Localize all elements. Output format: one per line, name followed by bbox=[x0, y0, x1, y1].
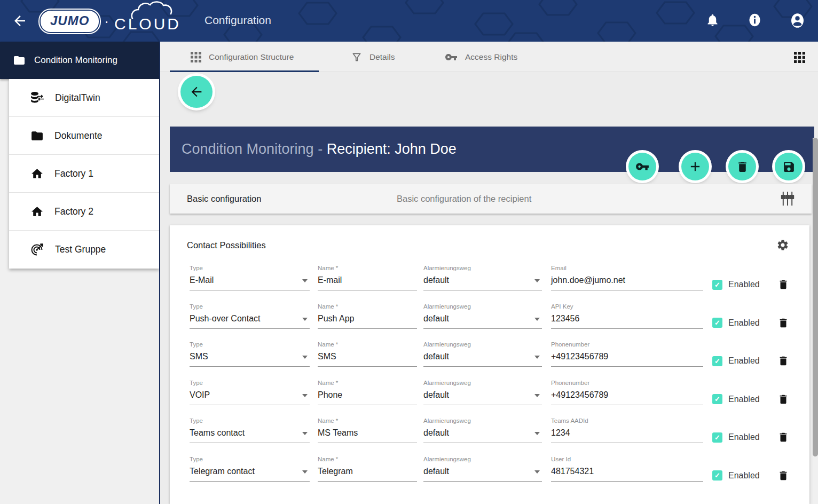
type-select[interactable]: Push-over Contact bbox=[190, 312, 310, 329]
name-input[interactable]: SMS bbox=[318, 350, 417, 367]
alarm-route-select[interactable]: default bbox=[423, 427, 542, 443]
chevron-down-icon bbox=[534, 394, 540, 397]
type-select[interactable]: Telegram contact bbox=[190, 465, 310, 482]
access-key-button[interactable] bbox=[628, 153, 656, 180]
enabled-label: Enabled bbox=[728, 471, 764, 481]
notifications-bell-icon[interactable] bbox=[705, 13, 720, 27]
type-field: Type SMS bbox=[190, 341, 310, 367]
type-select[interactable]: VOIP bbox=[190, 389, 310, 405]
contact-row: Type Telegram contact Name * Telegram Al… bbox=[170, 453, 809, 491]
trash-icon[interactable] bbox=[777, 393, 789, 405]
contact-detail-label: Email bbox=[551, 265, 703, 271]
type-field: Type Telegram contact bbox=[190, 456, 310, 482]
alarm-route-select[interactable]: default bbox=[423, 312, 542, 329]
tab-bar: Configuration Structure Details Access R… bbox=[160, 42, 818, 72]
contact-detail-input[interactable]: john.doe@jumo.net bbox=[551, 274, 703, 290]
folder-icon bbox=[13, 54, 26, 67]
enabled-checkbox[interactable]: ✓ bbox=[712, 470, 722, 481]
alarm-route-field: Alarmierungsweg default bbox=[423, 265, 542, 290]
alarm-route-select[interactable]: default bbox=[423, 274, 542, 290]
alarm-route-field: Alarmierungsweg default bbox=[423, 303, 542, 329]
trash-icon[interactable] bbox=[777, 355, 789, 367]
name-input[interactable]: Telegram bbox=[318, 465, 417, 482]
enabled-checkbox[interactable]: ✓ bbox=[712, 432, 722, 443]
alarm-route-value: default bbox=[423, 428, 449, 437]
name-value: MS Teams bbox=[318, 428, 358, 437]
sidebar: Condition Monitoring DigitalTwin Dokumen… bbox=[0, 42, 160, 504]
sidebar-item-factory-2[interactable]: Factory 2 bbox=[9, 193, 159, 231]
chevron-down-icon bbox=[302, 279, 308, 282]
contact-detail-input[interactable]: 481754321 bbox=[551, 465, 703, 482]
name-input[interactable]: Push App bbox=[318, 312, 417, 329]
enabled-checkbox[interactable]: ✓ bbox=[712, 356, 722, 366]
tab-details[interactable]: Details bbox=[351, 42, 395, 72]
home-icon bbox=[30, 167, 44, 180]
type-select[interactable]: E-Mail bbox=[190, 274, 310, 290]
sidebar-item-digitaltwin[interactable]: DigitalTwin bbox=[9, 79, 159, 117]
alarm-route-value: default bbox=[423, 390, 449, 399]
basic-configuration-row[interactable]: Basic configuration Basic configuration … bbox=[170, 184, 812, 214]
back-button[interactable] bbox=[180, 76, 213, 108]
tab-configuration-structure[interactable]: Configuration Structure bbox=[191, 42, 294, 72]
jumo-logo-text: JUMO bbox=[41, 11, 99, 32]
sidebar-item-label: Factory 1 bbox=[54, 168, 93, 179]
vertical-scrollbar[interactable] bbox=[813, 138, 818, 504]
enabled-label: Enabled bbox=[728, 356, 764, 366]
alarm-route-select[interactable]: default bbox=[423, 389, 542, 405]
account-icon[interactable] bbox=[790, 13, 805, 28]
enabled-checkbox[interactable]: ✓ bbox=[712, 318, 722, 328]
cloud-outline-icon bbox=[129, 1, 183, 19]
contact-detail-input[interactable]: +49123456789 bbox=[551, 389, 703, 405]
contact-detail-input[interactable]: 123456 bbox=[551, 312, 703, 329]
chevron-down-icon bbox=[302, 394, 308, 397]
gear-icon[interactable] bbox=[776, 239, 789, 251]
back-arrow-icon[interactable] bbox=[12, 13, 28, 29]
sidebar-item-test-gruppe[interactable]: Test Gruppe bbox=[9, 231, 159, 269]
tab-access-rights[interactable]: Access Rights bbox=[445, 42, 517, 72]
recipient-title-highlight: Recipient: John Doe bbox=[327, 141, 457, 157]
scrollbar-thumb[interactable] bbox=[813, 138, 818, 456]
name-label: Name * bbox=[318, 418, 417, 424]
trash-icon[interactable] bbox=[777, 470, 789, 482]
save-button[interactable] bbox=[775, 153, 803, 180]
name-label: Name * bbox=[318, 341, 417, 348]
contact-detail-input[interactable]: 1234 bbox=[551, 427, 703, 443]
chevron-down-icon bbox=[534, 356, 540, 359]
sidebar-item-factory-1[interactable]: Factory 1 bbox=[9, 155, 159, 193]
alarm-route-label: Alarmierungsweg bbox=[423, 418, 542, 424]
type-value: Teams contact bbox=[190, 428, 245, 437]
chevron-down-icon bbox=[302, 470, 308, 474]
add-button[interactable] bbox=[681, 153, 709, 180]
info-icon[interactable] bbox=[748, 13, 762, 27]
alarm-route-value: default bbox=[423, 352, 449, 361]
type-label: Type bbox=[190, 418, 310, 424]
sidebar-header-condition-monitoring[interactable]: Condition Monitoring bbox=[0, 42, 159, 79]
type-select[interactable]: SMS bbox=[190, 350, 310, 367]
alarm-route-select[interactable]: default bbox=[423, 465, 542, 482]
trash-icon[interactable] bbox=[777, 317, 789, 329]
tune-sliders-icon[interactable] bbox=[781, 192, 795, 206]
delete-button[interactable] bbox=[728, 153, 756, 180]
grid-view-icon[interactable] bbox=[794, 52, 805, 63]
name-input[interactable]: MS Teams bbox=[318, 427, 417, 443]
trash-icon[interactable] bbox=[777, 279, 789, 290]
name-label: Name * bbox=[318, 265, 417, 271]
alarm-route-select[interactable]: default bbox=[423, 350, 542, 367]
contact-detail-input[interactable]: +49123456789 bbox=[551, 350, 703, 367]
tab-label: Configuration Structure bbox=[209, 52, 294, 62]
enabled-checkbox[interactable]: ✓ bbox=[712, 394, 722, 404]
sidebar-item-dokumente[interactable]: Dokumente bbox=[9, 117, 159, 155]
recipient-title: Condition Monitoring - Recipient: John D… bbox=[182, 141, 457, 158]
name-input[interactable]: Phone bbox=[318, 389, 417, 405]
type-select[interactable]: Teams contact bbox=[190, 427, 310, 443]
contact-row: Type Teams contact Name * MS Teams Alarm… bbox=[170, 414, 809, 453]
chevron-down-icon bbox=[302, 356, 308, 359]
page-title: Configuration bbox=[204, 14, 271, 27]
trash-icon[interactable] bbox=[777, 431, 789, 443]
name-value: E-mail bbox=[318, 275, 342, 285]
name-field: Name * Phone bbox=[318, 380, 417, 405]
type-label: Type bbox=[190, 265, 310, 271]
name-input[interactable]: E-mail bbox=[318, 274, 417, 290]
enabled-checkbox[interactable]: ✓ bbox=[712, 280, 722, 290]
enabled-group: ✓ Enabled bbox=[712, 470, 789, 482]
